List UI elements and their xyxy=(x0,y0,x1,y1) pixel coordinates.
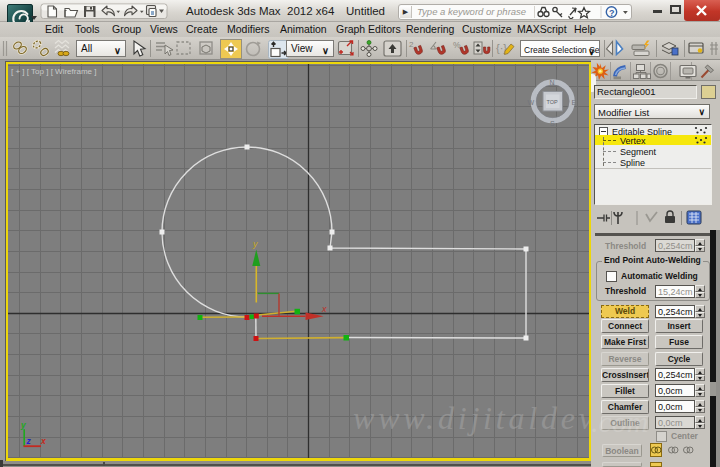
svg-text:y: y xyxy=(252,239,258,249)
svg-text:N: N xyxy=(550,79,555,86)
svg-text:W: W xyxy=(528,99,535,106)
svg-text:S: S xyxy=(550,120,555,127)
svg-text:www.dijitaldev: www.dijitaldev xyxy=(353,400,589,436)
svg-text:TOP: TOP xyxy=(547,99,559,105)
svg-text:E: E xyxy=(572,99,577,106)
svg-text:y: y xyxy=(20,420,27,430)
svg-text:z: z xyxy=(26,436,32,446)
svg-text:2: 2 xyxy=(409,40,414,49)
svg-text:x: x xyxy=(321,304,327,314)
svg-text:?: ? xyxy=(609,8,615,18)
